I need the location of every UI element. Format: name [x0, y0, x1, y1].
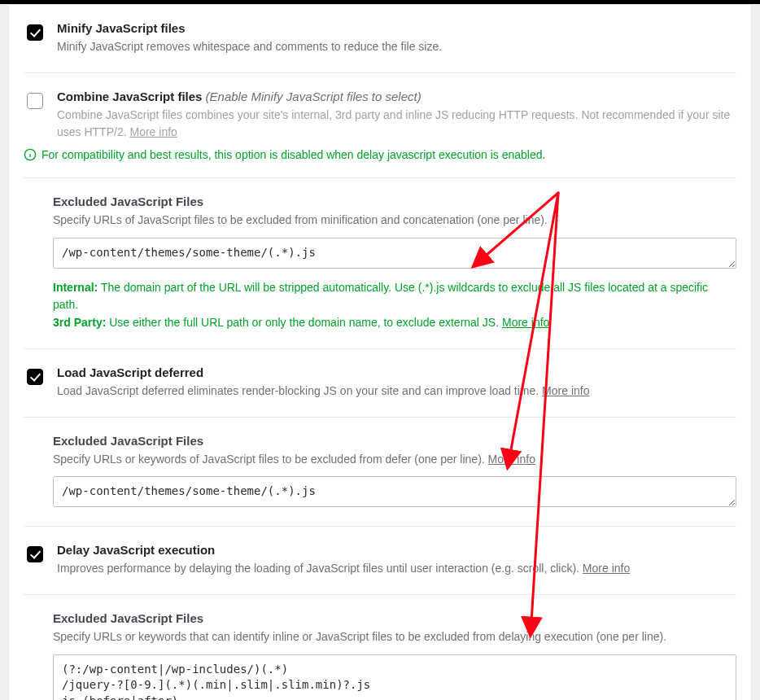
combine-js-title-hint: (Enable Minify JavaScript files to selec…: [206, 90, 421, 103]
delay-js-checkbox[interactable]: [27, 546, 43, 562]
defer-js-checkbox[interactable]: [27, 369, 43, 385]
defer-js-desc: Load JavaScript deferred eliminates rend…: [57, 383, 736, 400]
delay-js-title: Delay JavaScript execution: [57, 543, 736, 557]
defer-js-more-info-link[interactable]: More info: [542, 384, 589, 397]
info-icon: [24, 148, 37, 161]
combine-js-desc: Combine JavaScript files combines your s…: [57, 107, 736, 142]
excluded-minify-3rdparty-label: 3rd Party:: [53, 316, 106, 329]
combine-js-compat-note: For compatibility and best results, this…: [9, 142, 751, 161]
excluded-delay-block: Excluded JavaScript Files Specify URLs o…: [9, 595, 751, 700]
delay-js-desc: Improves performance by delaying the loa…: [57, 560, 736, 578]
option-delay-js: Delay JavaScript execution Improves perf…: [9, 527, 751, 594]
excluded-defer-desc-text: Specify URLs or keywords of JavaScript f…: [53, 453, 485, 466]
excluded-minify-desc: Specify URLs of JavaScript files to be e…: [53, 212, 736, 230]
minify-js-checkbox-wrap: [24, 22, 46, 46]
excluded-defer-desc: Specify URLs or keywords of JavaScript f…: [53, 451, 736, 469]
excluded-minify-textarea[interactable]: [53, 238, 736, 269]
excluded-delay-desc: Specify URLs or keywords that can identi…: [53, 628, 736, 646]
excluded-delay-textarea[interactable]: [53, 654, 736, 700]
option-combine-js: Combine JavaScript files (Enable Minify …: [9, 73, 751, 177]
combine-js-compat-text: For compatibility and best results, this…: [41, 148, 545, 161]
excluded-minify-more-info-link[interactable]: More info: [502, 316, 549, 329]
excluded-defer-more-info-link[interactable]: More info: [488, 453, 535, 466]
excluded-defer-textarea[interactable]: [53, 476, 736, 507]
delay-js-checkbox-wrap: [24, 544, 46, 567]
excluded-minify-block: Excluded JavaScript Files Specify URLs o…: [9, 178, 751, 348]
excluded-minify-3rdparty-text: Use either the full URL path or only the…: [109, 316, 499, 329]
combine-js-title-text: Combine JavaScript files: [57, 90, 202, 103]
combine-js-more-info-link[interactable]: More info: [129, 125, 177, 138]
excluded-minify-internal-text: The domain part of the URL will be strip…: [53, 281, 708, 312]
minify-js-desc: Minify JavaScript removes whitespace and…: [57, 38, 736, 56]
defer-js-title: Load JavaScript deferred: [57, 365, 736, 379]
minify-js-checkbox[interactable]: [27, 24, 43, 41]
combine-js-checkbox[interactable]: [27, 93, 43, 109]
excluded-delay-title: Excluded JavaScript Files: [53, 611, 736, 625]
option-defer-js: Load JavaScript deferred Load JavaScript…: [9, 349, 751, 417]
excluded-minify-title: Excluded JavaScript Files: [53, 195, 736, 208]
delay-js-more-info-link[interactable]: More info: [583, 562, 630, 575]
defer-js-checkbox-wrap: [24, 366, 46, 390]
defer-js-desc-text: Load JavaScript deferred eliminates rend…: [57, 384, 539, 397]
minify-js-title: Minify JavaScript files: [57, 21, 736, 35]
delay-js-desc-text: Improves performance by delaying the loa…: [57, 562, 579, 575]
file-optimization-panel: Minify JavaScript files Minify JavaScrip…: [8, 4, 752, 700]
combine-js-checkbox-wrap: [24, 90, 46, 114]
excluded-minify-hints: Internal: The domain part of the URL wil…: [53, 279, 736, 332]
excluded-defer-block: Excluded JavaScript Files Specify URLs o…: [9, 418, 751, 527]
excluded-defer-title: Excluded JavaScript Files: [53, 434, 736, 448]
option-minify-js: Minify JavaScript files Minify JavaScrip…: [9, 5, 751, 72]
combine-js-title: Combine JavaScript files (Enable Minify …: [57, 90, 736, 103]
excluded-minify-internal-label: Internal:: [53, 281, 98, 294]
